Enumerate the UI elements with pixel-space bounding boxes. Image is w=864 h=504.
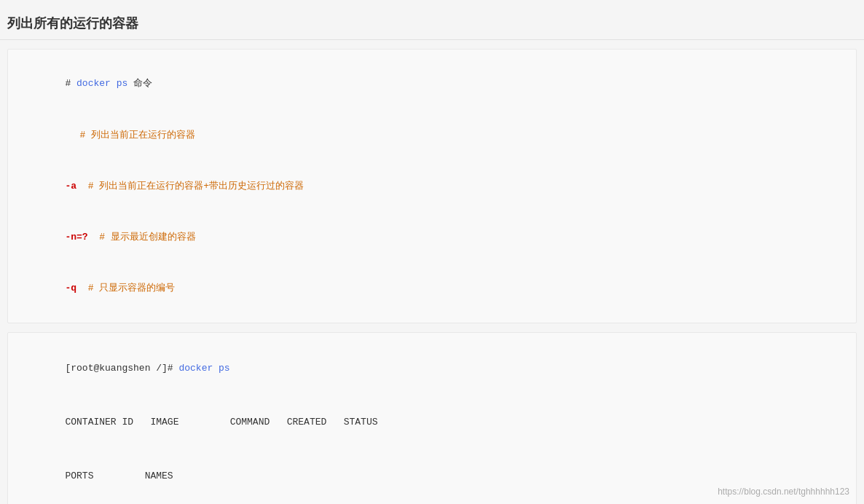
flag-q: -q (65, 283, 76, 294)
comment-running: # 列出当前正在运行的容器 (79, 130, 195, 141)
terminal-block-1: [root@kuangshen /]# docker ps CONTAINER … (7, 332, 857, 504)
header1-container-id: CONTAINER ID IMAGE COMMAND CREATED STATU… (65, 417, 377, 428)
section1-title: 列出所有的运行的容器 (0, 7, 864, 40)
footer-note: https://blog.csdn.net/tghhhhhh123 (718, 487, 849, 497)
desc-line-3: -a # 列出当前正在运行的容器+带出历史运行过的容器 (20, 160, 844, 211)
code-block-description: # docker ps 命令 # 列出当前正在运行的容器 -a # 列出当前正在… (7, 49, 857, 323)
header1-ports: PORTS NAMES (65, 470, 173, 481)
flag-n-space (88, 232, 100, 243)
cmd-docker-ps: docker ps (178, 363, 229, 374)
desc-line-2: # 列出当前正在运行的容器 (20, 109, 844, 160)
section-list-containers: 列出所有的运行的容器 # docker ps 命令 # 列出当前正在运行的容器 … (0, 0, 864, 504)
docker-ps-label: docker ps (76, 78, 127, 89)
terminal-header1: CONTAINER ID IMAGE COMMAND CREATED STATU… (20, 395, 844, 449)
flag-a: -a (65, 181, 76, 192)
desc-line-1: # docker ps 命令 (20, 58, 844, 109)
command-label: 命令 (127, 78, 152, 89)
desc-line-4: -n=? # 显示最近创建的容器 (20, 212, 844, 263)
hash-symbol: # (65, 78, 76, 89)
flag-q-space (76, 283, 88, 294)
comment-a: # 列出当前正在运行的容器+带出历史运行过的容器 (88, 181, 304, 192)
page-container: 列出所有的运行的容器 # docker ps 命令 # 列出当前正在运行的容器 … (0, 0, 864, 504)
desc-line-5: -q # 只显示容器的编号 (20, 263, 844, 314)
terminal-line-prompt1: [root@kuangshen /]# docker ps (20, 342, 844, 395)
prompt1: [root@kuangshen /]# (65, 363, 178, 374)
flag-n: -n=? (65, 232, 87, 243)
flag-a-space (76, 181, 88, 192)
comment-n: # 显示最近创建的容器 (99, 232, 196, 243)
comment-q: # 只显示容器的编号 (88, 283, 176, 294)
